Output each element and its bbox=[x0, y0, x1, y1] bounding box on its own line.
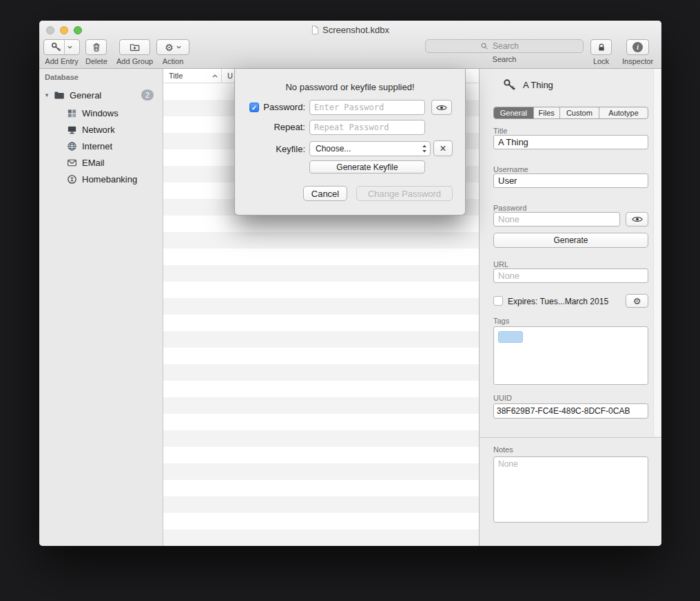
group-label: General bbox=[70, 90, 101, 101]
toolbar-group-inspector: i Inspector bbox=[622, 39, 653, 65]
password-label: Password: bbox=[260, 102, 305, 112]
cancel-label: Cancel bbox=[311, 189, 339, 199]
column-header-title[interactable]: Title bbox=[163, 69, 222, 83]
toolbar-group-lock: Lock bbox=[590, 39, 612, 65]
tab-custom[interactable]: Custom bbox=[560, 107, 600, 118]
group-label: EMail bbox=[82, 158, 105, 168]
clear-keyfile-button[interactable]: × bbox=[433, 140, 453, 156]
keyfile-dropdown[interactable]: Choose... bbox=[309, 141, 431, 156]
cancel-button[interactable]: Cancel bbox=[303, 186, 347, 201]
info-icon: i bbox=[632, 42, 643, 52]
clear-icon: × bbox=[440, 143, 446, 155]
key-icon bbox=[51, 42, 61, 52]
generate-keyfile-label: Generate Keyfile bbox=[336, 162, 398, 172]
toolbar-group-add-entry: Add Entry bbox=[43, 39, 80, 65]
keyfile-selected-value: Choose... bbox=[316, 144, 351, 154]
group-label: Internet bbox=[82, 141, 112, 151]
uuid-field-label: UUID bbox=[493, 394, 512, 402]
search-input[interactable] bbox=[491, 41, 528, 52]
generate-password-button[interactable]: Generate bbox=[493, 233, 648, 248]
keyfile-label: Keyfile: bbox=[235, 144, 305, 154]
sidebar-item-general[interactable]: ▼ General 2 bbox=[39, 87, 163, 103]
search-label: Search bbox=[493, 55, 517, 63]
app-window: Screenshot.kdbx Add Entry Delete bbox=[39, 21, 661, 546]
expires-checkbox[interactable] bbox=[493, 296, 503, 306]
sidebar: Database ▼ General 2 Windows Network Int… bbox=[39, 69, 163, 546]
action-button[interactable]: ⚙ bbox=[156, 39, 189, 55]
inspector-label: Inspector bbox=[622, 57, 653, 65]
add-entry-label: Add Entry bbox=[45, 57, 78, 65]
button-divider bbox=[64, 40, 65, 54]
generate-label: Generate bbox=[553, 235, 588, 245]
window-title: Screenshot.kdbx bbox=[322, 25, 389, 35]
reveal-password-button[interactable] bbox=[431, 100, 452, 115]
tab-files[interactable]: Files bbox=[534, 107, 560, 118]
windows-grid-icon bbox=[67, 108, 77, 118]
disclosure-triangle-icon[interactable]: ▼ bbox=[44, 92, 51, 98]
gear-icon: ⚙ bbox=[165, 43, 174, 52]
sort-ascending-icon bbox=[212, 74, 218, 78]
generate-keyfile-button[interactable]: Generate Keyfile bbox=[309, 160, 425, 173]
tab-general[interactable]: General bbox=[494, 107, 534, 118]
search-field[interactable] bbox=[425, 39, 584, 53]
toolbar-group-delete: Delete bbox=[85, 39, 107, 65]
username-input[interactable] bbox=[493, 173, 648, 188]
sidebar-item-internet[interactable]: Internet bbox=[39, 138, 163, 154]
title-field-label: Title bbox=[493, 127, 507, 135]
search-icon bbox=[480, 42, 488, 50]
group-label: Homebanking bbox=[82, 174, 137, 184]
uuid-input[interactable] bbox=[493, 403, 648, 419]
change-password-sheet: No password or keyfile supplied! ✓ Passw… bbox=[234, 69, 466, 215]
folder-icon bbox=[54, 89, 65, 101]
sheet-message: No password or keyfile supplied! bbox=[235, 82, 465, 92]
group-label: Windows bbox=[82, 108, 119, 118]
password-input[interactable] bbox=[309, 100, 425, 115]
delete-button[interactable] bbox=[85, 39, 107, 55]
column-label: U bbox=[227, 72, 233, 80]
sidebar-item-network[interactable]: Network bbox=[39, 121, 163, 138]
repeat-password-input[interactable] bbox=[309, 120, 425, 135]
tags-field[interactable] bbox=[493, 326, 648, 385]
window-header: Screenshot.kdbx Add Entry Delete bbox=[39, 21, 661, 69]
titlebar: Screenshot.kdbx bbox=[39, 25, 661, 35]
chevron-down-icon bbox=[68, 45, 72, 49]
eye-icon bbox=[632, 215, 643, 223]
entry-header: A Thing bbox=[503, 78, 553, 92]
password-checkbox[interactable]: ✓ bbox=[249, 103, 259, 112]
repeat-label: Repeat: bbox=[235, 122, 305, 132]
lock-button[interactable] bbox=[590, 39, 612, 55]
toolbar-group-search: Search bbox=[425, 39, 584, 63]
tab-autotype[interactable]: Autotype bbox=[599, 107, 648, 118]
url-input[interactable] bbox=[493, 268, 648, 283]
reveal-password-button[interactable] bbox=[626, 212, 648, 226]
desktop: Screenshot.kdbx Add Entry Delete bbox=[0, 0, 700, 601]
sidebar-item-windows[interactable]: Windows bbox=[39, 105, 163, 121]
entry-count-badge: 2 bbox=[141, 89, 154, 101]
inspector-button[interactable]: i bbox=[626, 39, 649, 55]
expires-settings-button[interactable]: ⚙ bbox=[626, 294, 648, 308]
password-input[interactable] bbox=[493, 212, 620, 226]
check-icon: ✓ bbox=[251, 104, 257, 112]
gear-icon: ⚙ bbox=[633, 297, 641, 306]
expires-label: Expires: Tues...March 2015 bbox=[508, 297, 608, 306]
lock-icon bbox=[597, 43, 606, 52]
sidebar-item-homebanking[interactable]: Homebanking bbox=[39, 171, 163, 187]
inspector-scrollbar[interactable] bbox=[653, 69, 661, 436]
change-password-label: Change Password bbox=[368, 189, 441, 199]
envelope-icon bbox=[67, 158, 77, 168]
sidebar-section-header: Database bbox=[45, 73, 79, 81]
action-label: Action bbox=[163, 57, 184, 65]
url-field-label: URL bbox=[493, 260, 508, 268]
add-entry-button[interactable] bbox=[43, 39, 80, 55]
notes-textarea[interactable] bbox=[493, 456, 648, 523]
change-password-button[interactable]: Change Password bbox=[356, 186, 453, 201]
folder-plus-icon bbox=[130, 42, 140, 52]
eye-icon bbox=[436, 104, 447, 112]
title-input[interactable] bbox=[493, 135, 648, 149]
add-group-button[interactable] bbox=[119, 39, 150, 55]
chevron-down-icon bbox=[176, 45, 181, 49]
lock-label: Lock bbox=[593, 57, 609, 65]
sidebar-item-email[interactable]: EMail bbox=[39, 154, 163, 171]
group-label: Network bbox=[82, 125, 115, 135]
tag-token[interactable] bbox=[498, 331, 523, 343]
